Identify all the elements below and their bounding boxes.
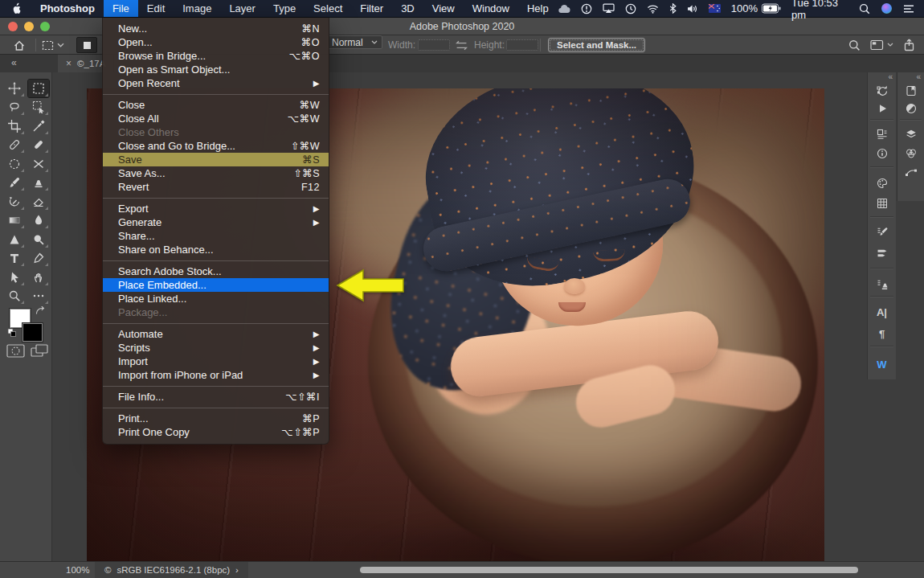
path-selection-tool[interactable] <box>4 269 25 286</box>
healing-brush-tool[interactable] <box>28 136 49 154</box>
character-panel-icon[interactable]: A| <box>868 303 896 321</box>
brushes-panel-icon[interactable] <box>868 223 896 241</box>
paragraph-panel-icon[interactable]: ¶ <box>868 325 896 342</box>
file-menu-item-close-and-go-to-bridge[interactable]: Close and Go to Bridge...⇧⌘W <box>103 139 329 153</box>
select-and-mask-button[interactable]: Select and Mask... <box>548 38 645 52</box>
file-menu-item-close[interactable]: Close⌘W <box>103 98 329 112</box>
home-icon[interactable] <box>13 35 26 55</box>
crop-tool[interactable] <box>4 117 25 135</box>
search-icon[interactable] <box>848 35 861 55</box>
time-machine-icon[interactable] <box>625 3 636 14</box>
file-menu-item-automate[interactable]: Automate▶ <box>103 327 329 341</box>
menubar-item-image[interactable]: Image <box>174 0 220 17</box>
file-menu-item-export[interactable]: Export▶ <box>103 202 329 215</box>
siri-icon[interactable] <box>881 2 893 14</box>
history-brush-tool[interactable] <box>4 193 25 211</box>
actions-panel-icon[interactable] <box>868 100 896 117</box>
file-menu-item-share-on-behance[interactable]: Share on Behance... <box>103 243 329 256</box>
workspace-icon[interactable] <box>870 35 884 55</box>
icloud-icon[interactable] <box>558 4 570 14</box>
menubar-item-3d[interactable]: 3D <box>392 0 423 17</box>
edit-toolbar-button[interactable] <box>28 287 49 305</box>
zoom-level-field[interactable]: 100% <box>56 562 99 578</box>
menubar-app-name[interactable]: Photoshop <box>31 0 104 17</box>
brush-tool[interactable] <box>4 174 25 191</box>
channels-panel-icon[interactable] <box>897 145 924 162</box>
pen-tool[interactable] <box>28 249 49 267</box>
horizontal-scrollbar[interactable] <box>360 567 858 573</box>
swap-dimensions-icon[interactable] <box>456 35 468 55</box>
menubar-item-window[interactable]: Window <box>464 0 518 17</box>
file-menu-item-browse-in-bridge[interactable]: Browse in Bridge...⌥⌘O <box>103 49 329 63</box>
blur-tool[interactable] <box>28 211 49 229</box>
screen-mode-button[interactable] <box>31 344 49 358</box>
hand-tool[interactable] <box>28 269 49 286</box>
file-menu-item-new[interactable]: New...⌘N <box>103 22 329 35</box>
info-panel-icon[interactable] <box>868 145 896 162</box>
file-menu-item-place-linked[interactable]: Place Linked... <box>103 292 329 305</box>
input-language-flag-icon[interactable] <box>709 4 721 13</box>
tab-close-icon[interactable]: × <box>66 58 72 69</box>
wifi-icon[interactable] <box>647 4 659 14</box>
file-menu-item-open-as-smart-object[interactable]: Open as Smart Object... <box>103 63 329 76</box>
file-menu-item-print[interactable]: Print...⌘P <box>103 412 329 425</box>
swatches-panel-icon[interactable] <box>868 195 896 212</box>
menubar-clock[interactable]: Tue 10:53 pm <box>791 0 848 21</box>
file-menu-item-file-info[interactable]: File Info...⌥⇧⌘I <box>103 390 329 404</box>
background-color-swatch[interactable] <box>22 323 43 342</box>
collapse-toolbar-chevrons[interactable]: « <box>11 57 17 68</box>
width-input[interactable] <box>418 39 450 51</box>
rectangular-marquee-tool[interactable] <box>28 80 49 97</box>
notification-center-icon[interactable] <box>903 4 914 14</box>
status-chevron-icon[interactable]: › <box>235 565 239 575</box>
default-colors-icon[interactable] <box>7 326 17 341</box>
clone-source-panel-icon[interactable] <box>868 276 896 293</box>
alert-icon[interactable] <box>581 3 592 14</box>
eyedropper-tool[interactable] <box>28 117 49 135</box>
spot-healing-brush-tool[interactable] <box>4 136 25 154</box>
bluetooth-icon[interactable] <box>669 3 677 14</box>
collapse-panels-chevrons[interactable]: « <box>897 72 921 82</box>
share-icon[interactable] <box>903 35 915 55</box>
mode-select[interactable]: Normal <box>327 35 382 49</box>
active-tool-button[interactable] <box>76 37 97 53</box>
file-menu-item-revert[interactable]: RevertF12 <box>103 180 329 194</box>
dodge-tool[interactable] <box>28 231 49 248</box>
spotlight-icon[interactable] <box>859 3 870 14</box>
tool-presets-panel-icon[interactable] <box>868 125 896 143</box>
battery-indicator[interactable]: 100% <box>731 2 781 14</box>
history-panel-icon[interactable] <box>868 82 896 100</box>
eraser-tool[interactable] <box>28 193 49 211</box>
color-panel-icon[interactable] <box>868 174 896 192</box>
tool-preset-marquee-icon[interactable] <box>42 35 54 55</box>
file-menu-item-open[interactable]: Open...⌘O <box>103 35 329 49</box>
airplay-icon[interactable] <box>603 3 615 14</box>
plugin-panel-icon[interactable]: W <box>868 355 896 373</box>
adjustments-panel-icon[interactable] <box>897 100 924 117</box>
menubar-item-edit[interactable]: Edit <box>138 0 174 17</box>
file-menu-item-import-from-iphone-or-ipad[interactable]: Import from iPhone or iPad▶ <box>103 368 329 382</box>
file-menu-item-open-recent[interactable]: Open Recent▶ <box>103 76 329 90</box>
file-menu-item-save-as[interactable]: Save As...⇧⌘S <box>103 166 329 180</box>
menubar-item-view[interactable]: View <box>423 0 464 17</box>
menubar-item-file[interactable]: File <box>104 0 138 17</box>
volume-icon[interactable] <box>687 4 698 14</box>
file-menu-item-import[interactable]: Import▶ <box>103 355 329 368</box>
apple-menu-icon[interactable] <box>0 0 31 17</box>
height-input[interactable] <box>506 39 538 51</box>
lasso-tool[interactable] <box>4 98 25 116</box>
menubar-item-type[interactable]: Type <box>264 0 305 17</box>
move-tool[interactable] <box>4 80 25 97</box>
menubar-item-filter[interactable]: Filter <box>351 0 392 17</box>
shape-tool[interactable] <box>4 231 25 248</box>
zoom-tool[interactable] <box>4 287 25 305</box>
file-menu-item-scripts[interactable]: Scripts▶ <box>103 341 329 355</box>
menubar-item-help[interactable]: Help <box>518 0 558 17</box>
document-profile[interactable]: © sRGB IEC61966-2.1 (8bpc) › <box>95 562 248 578</box>
file-menu-item-generate[interactable]: Generate▶ <box>103 215 329 229</box>
clone-stamp-tool[interactable] <box>28 174 49 191</box>
swap-colors-icon[interactable] <box>35 304 45 318</box>
file-menu-item-print-one-copy[interactable]: Print One Copy⌥⇧⌘P <box>103 425 329 439</box>
file-menu-item-search-adobe-stock[interactable]: Search Adobe Stock... <box>103 264 329 278</box>
chevron-down-icon[interactable] <box>57 35 64 55</box>
